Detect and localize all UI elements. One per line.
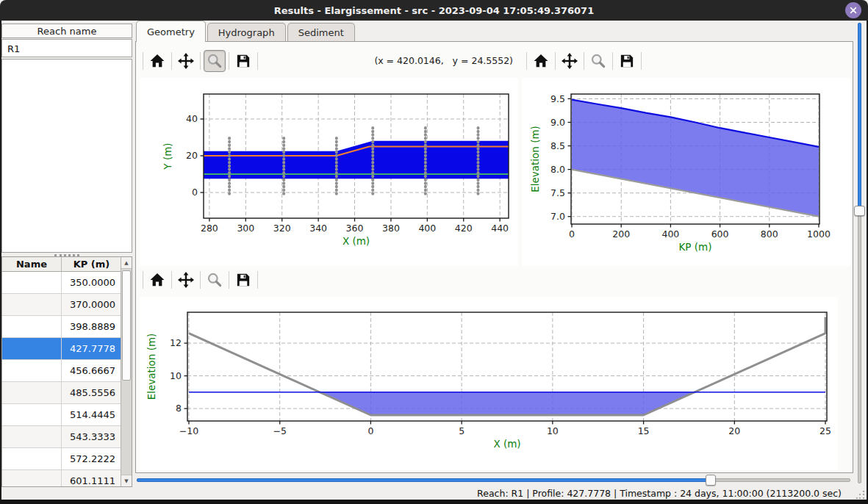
save-button[interactable] (232, 50, 254, 72)
x-tick-label: 600 (711, 228, 729, 240)
time-slider-thumb[interactable] (706, 475, 716, 486)
reach-name-header: Reach name (1, 24, 132, 38)
window-border-bottom (0, 500, 868, 504)
scroll-up-button[interactable]: ▲ (121, 257, 132, 269)
cursor-coordinates: (x = 420.0146, y = 24.5552) (309, 55, 513, 66)
cell-kp[interactable]: 350.0000 (62, 272, 121, 293)
cell-kp[interactable]: 514.4445 (62, 404, 121, 425)
plan-view-chart[interactable]: 28030032034036038040042044002040X (m)Y (… (140, 78, 518, 266)
y-axis-label: Y (m) (162, 143, 173, 170)
cell-kp[interactable]: 601.1111 (62, 470, 121, 487)
table-row[interactable]: 514.4445 (2, 404, 121, 426)
tab-sediment[interactable]: Sediment (287, 23, 355, 42)
profile-table[interactable]: Name KP (m) 350.0000370.0000398.8889427.… (1, 256, 132, 487)
zoom-icon (207, 272, 223, 288)
toolbar-separator (200, 271, 201, 289)
toolbar-separator (555, 52, 556, 70)
home-icon (149, 272, 165, 288)
save-button[interactable] (616, 50, 638, 72)
tab-hydrograph[interactable]: Hydrograph (207, 23, 286, 42)
zoom-button[interactable] (204, 50, 226, 72)
column-header-kp[interactable]: KP (m) (62, 257, 121, 271)
reach-list[interactable]: R1 (1, 39, 132, 57)
x-tick-label: 5 (459, 425, 465, 436)
table-row[interactable]: 601.1111 (2, 470, 121, 487)
toolbar-separator (526, 52, 527, 70)
plan-view-toolbar (143, 48, 258, 73)
tab-geometry[interactable]: Geometry (136, 21, 206, 42)
cell-kp[interactable]: 456.6667 (62, 360, 121, 381)
cell-name[interactable] (2, 404, 62, 425)
save-icon (619, 53, 635, 69)
cell-kp[interactable]: 485.5556 (62, 382, 121, 403)
home-button[interactable] (530, 50, 552, 72)
reach-list-empty-area (1, 59, 132, 253)
x-tick-label: −10 (179, 425, 198, 436)
cell-name[interactable] (2, 426, 62, 447)
reach-item-r1[interactable]: R1 (2, 40, 132, 57)
close-icon (849, 6, 858, 15)
resize-grip-icon[interactable] (856, 491, 865, 500)
cell-name[interactable] (2, 338, 62, 359)
cell-kp[interactable]: 543.3333 (62, 426, 121, 447)
table-row[interactable]: 427.7778 (2, 338, 121, 360)
table-row[interactable]: 572.2222 (2, 448, 121, 470)
table-row[interactable]: 456.6667 (2, 360, 121, 382)
scrollbar-thumb[interactable] (122, 270, 131, 381)
cell-name[interactable] (2, 360, 62, 381)
zoom-button[interactable] (204, 269, 226, 291)
cell-kp[interactable]: 427.7778 (62, 338, 121, 359)
save-icon (235, 272, 251, 288)
scroll-down-button[interactable]: ▼ (121, 475, 132, 486)
toolbar-separator (229, 271, 229, 289)
cell-name[interactable] (2, 316, 62, 337)
toolbar-separator (584, 52, 584, 70)
table-row[interactable]: 370.0000 (2, 294, 121, 316)
y-tick-label: 9.5 (550, 93, 565, 104)
x-tick-label: 360 (346, 223, 364, 234)
cell-kp[interactable]: 398.8889 (62, 316, 121, 337)
column-header-name[interactable]: Name (2, 257, 62, 271)
cross-section-chart[interactable]: −10−5051015202581012X (m)Elevation (m) (140, 297, 838, 470)
x-tick-label: 10 (547, 425, 559, 436)
cell-name[interactable] (2, 448, 62, 469)
cell-name[interactable] (2, 272, 62, 293)
close-button[interactable] (845, 2, 861, 18)
home-icon (533, 53, 549, 69)
table-scrollbar[interactable]: ▲ ▼ (121, 257, 132, 486)
profile-slider-fill (858, 23, 861, 207)
y-tick-label: 7.5 (550, 187, 565, 198)
cell-name[interactable] (2, 294, 62, 315)
save-icon (235, 53, 251, 69)
titlebar[interactable]: Results - Elargissement - src - 2023-09-… (0, 0, 868, 21)
zoom-icon (590, 53, 606, 69)
home-button[interactable] (146, 269, 168, 291)
cell-kp[interactable]: 572.2222 (62, 448, 121, 469)
long-profile-chart[interactable]: 020040060080010007.07.58.08.59.09.5KP (m… (522, 78, 851, 266)
y-tick-label: 8.5 (550, 140, 565, 151)
cell-name[interactable] (2, 470, 62, 487)
table-row[interactable]: 398.8889 (2, 316, 121, 338)
toolbar-separator (229, 52, 229, 70)
table-row[interactable]: 485.5556 (2, 382, 121, 404)
cell-name[interactable] (2, 382, 62, 403)
x-tick-label: 340 (309, 223, 327, 234)
pan-button[interactable] (559, 50, 581, 72)
home-button[interactable] (146, 50, 168, 72)
pan-button[interactable] (175, 269, 197, 291)
status-text: Reach: R1 | Profile: 427.7778 | Timestam… (477, 488, 842, 499)
toolbar-separator (143, 271, 143, 289)
x-axis-label: KP (m) (679, 241, 712, 253)
cell-kp[interactable]: 370.0000 (62, 294, 121, 315)
zoom-button[interactable] (587, 50, 609, 72)
x-tick-label: 1000 (807, 228, 831, 240)
save-button[interactable] (232, 269, 254, 291)
y-tick-label: 8 (176, 403, 182, 414)
profile-slider-thumb[interactable] (854, 206, 865, 216)
table-row[interactable]: 350.0000 (2, 272, 121, 294)
x-tick-label: 0 (367, 425, 373, 436)
table-row[interactable]: 543.3333 (2, 426, 121, 448)
pan-button[interactable] (175, 50, 197, 72)
toolbar-separator (200, 52, 201, 70)
water-area (320, 392, 695, 415)
